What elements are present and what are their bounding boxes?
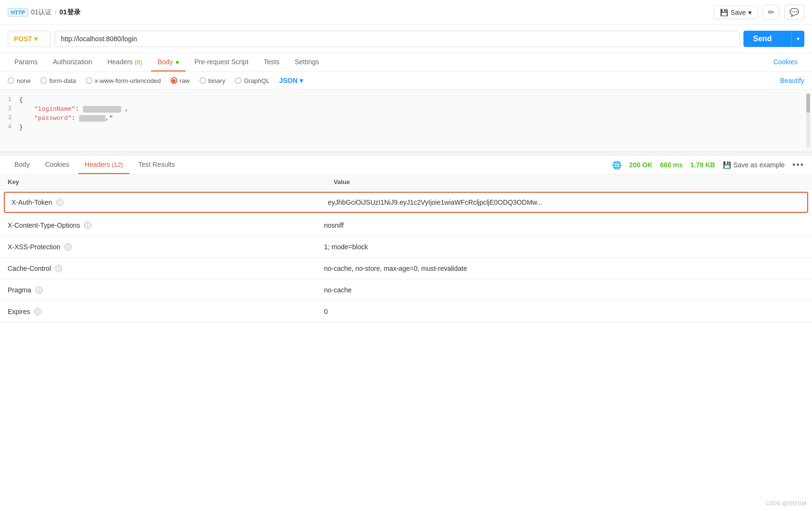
save-floppy-icon: 💾	[720, 9, 728, 16]
radio-urlencoded-circle	[86, 77, 93, 84]
radio-raw[interactable]: raw	[171, 77, 190, 84]
radio-binary[interactable]: binary	[199, 77, 225, 84]
send-label: Send	[753, 35, 772, 43]
line-num-2: 2	[0, 105, 19, 112]
more-options-button[interactable]: •••	[792, 160, 804, 170]
save-label: Save	[731, 9, 746, 16]
radio-graphql-circle	[235, 77, 242, 84]
url-input[interactable]	[55, 31, 740, 47]
tab-pre-request[interactable]: Pre-request Script	[187, 53, 255, 71]
response-table-header: Key Value	[0, 174, 812, 190]
info-icon[interactable]: ⓘ	[35, 286, 43, 294]
edit-button[interactable]: ✏	[763, 5, 779, 20]
line-content-3: "password": ,"	[19, 115, 812, 122]
line-content-4: }	[19, 124, 812, 131]
row-key-xss-protection: X-XSS-Protection ⓘ	[8, 243, 324, 251]
tab-cookies[interactable]: Cookies	[766, 53, 804, 71]
code-line-1: 1 {	[0, 95, 812, 105]
code-scrollbar[interactable]	[806, 93, 810, 148]
line-num-1: 1	[0, 96, 19, 103]
line-content-2: "loginName": ,	[19, 105, 812, 113]
request-tabs: Params Authorization Headers (8) Body Pr…	[0, 53, 812, 72]
radio-graphql-label: GraphQL	[244, 77, 269, 84]
send-dropdown-button[interactable]: ▾	[791, 31, 804, 47]
save-example-button[interactable]: 💾 Save as example	[723, 161, 785, 169]
tab-headers[interactable]: Headers (8)	[101, 53, 149, 71]
tab-authorization[interactable]: Authorization	[46, 53, 99, 71]
radio-form-data-circle	[40, 77, 47, 84]
radio-binary-label: binary	[209, 77, 225, 84]
row-key-label: X-Auth-Token	[12, 198, 52, 206]
section-divider	[0, 152, 812, 156]
globe-icon: 🌐	[612, 161, 622, 170]
code-line-3: 3 "password": ,"	[0, 114, 812, 123]
json-dropdown-icon: ▾	[300, 77, 303, 84]
tab-settings[interactable]: Settings	[288, 53, 326, 71]
radio-none-label: none	[17, 77, 31, 84]
tab-params[interactable]: Params	[8, 53, 44, 71]
top-bar: HTTP 01认证 / 01登录 💾 Save ▾ ✏ 💬	[0, 0, 812, 25]
save-example-floppy-icon: 💾	[723, 161, 731, 169]
row-val-cache-control: no-cache, no-store, max-age=0, must-reva…	[324, 265, 804, 272]
radio-form-data-label: form-data	[49, 77, 76, 84]
save-example-label: Save as example	[733, 161, 785, 169]
info-icon[interactable]: ⓘ	[55, 265, 62, 272]
method-label: POST	[14, 35, 32, 43]
response-tabs-bar: Body Cookies Headers (12) Test Results 🌐…	[0, 156, 812, 174]
table-row: Cache-Control ⓘ no-cache, no-store, max-…	[0, 258, 812, 279]
code-editor[interactable]: 1 { 2 "loginName": , 3 "password": ," 4 …	[0, 90, 812, 152]
top-bar-actions: 💾 Save ▾ ✏ 💬	[714, 5, 804, 20]
json-type-label: JSON	[279, 77, 297, 84]
line-num-4: 4	[0, 124, 19, 130]
code-line-2: 2 "loginName": ,	[0, 105, 812, 114]
row-key-cache-control: Cache-Control ⓘ	[8, 265, 324, 272]
radio-urlencoded[interactable]: x-www-form-urlencoded	[86, 77, 161, 84]
table-row: Expires ⓘ 0	[0, 301, 812, 323]
response-size: 1.79 KB	[690, 161, 715, 169]
row-val-x-auth-token: eyJhbGciOiJSUzI1NiJ9.eyJ1c2VyIjoie1wiaWF…	[328, 198, 800, 206]
info-icon[interactable]: ⓘ	[64, 243, 72, 251]
save-button[interactable]: 💾 Save ▾	[714, 6, 758, 19]
resp-tab-test-results[interactable]: Test Results	[131, 156, 181, 174]
breadcrumb-parent[interactable]: 01认证	[31, 8, 52, 17]
beautify-button[interactable]: Beautify	[780, 77, 804, 84]
resp-tab-cookies[interactable]: Cookies	[38, 156, 76, 174]
resp-tab-headers[interactable]: Headers (12)	[78, 156, 130, 174]
json-type-selector[interactable]: JSON ▾	[279, 77, 302, 84]
tab-tests[interactable]: Tests	[257, 53, 286, 71]
resp-tab-right: 🌐 200 OK 660 ms 1.79 KB 💾 Save as exampl…	[612, 160, 804, 170]
breadcrumb-separator: /	[55, 9, 57, 16]
send-group: Send ▾	[743, 31, 804, 47]
info-icon[interactable]: ⓘ	[56, 198, 64, 206]
table-row: Pragma ⓘ no-cache	[0, 279, 812, 301]
resp-tab-body[interactable]: Body	[8, 156, 36, 174]
row-key-label: Pragma	[8, 286, 31, 294]
method-dropdown-icon: ▾	[34, 35, 37, 43]
row-key-x-auth-token: X-Auth-Token ⓘ	[12, 198, 328, 206]
row-val-pragma: no-cache	[324, 286, 804, 294]
row-key-label: Expires	[8, 308, 30, 315]
radio-none-circle	[8, 77, 14, 84]
tab-body[interactable]: Body	[151, 53, 186, 71]
send-button[interactable]: Send	[743, 31, 791, 47]
breadcrumb-current: 01登录	[59, 8, 81, 17]
body-type-bar: none form-data x-www-form-urlencoded raw…	[0, 72, 812, 90]
radio-raw-label: raw	[180, 77, 190, 84]
response-time: 660 ms	[660, 161, 683, 169]
response-section: Body Cookies Headers (12) Test Results 🌐…	[0, 156, 812, 323]
radio-none[interactable]: none	[8, 77, 31, 84]
method-selector[interactable]: POST ▾	[8, 31, 51, 47]
info-icon[interactable]: ⓘ	[84, 221, 92, 229]
info-icon[interactable]: ⓘ	[34, 308, 42, 315]
radio-raw-circle	[171, 77, 177, 84]
col-header-key: Key	[8, 178, 334, 186]
radio-urlencoded-label: x-www-form-urlencoded	[95, 77, 161, 84]
radio-binary-circle	[199, 77, 206, 84]
line-content-1: {	[19, 96, 812, 104]
radio-graphql[interactable]: GraphQL	[235, 77, 269, 84]
comment-button[interactable]: 💬	[784, 5, 804, 20]
row-key-label: X-XSS-Protection	[8, 243, 60, 251]
radio-form-data[interactable]: form-data	[40, 77, 76, 84]
row-key-label: X-Content-Type-Options	[8, 221, 80, 229]
row-val-xss-protection: 1; mode=block	[324, 243, 804, 251]
